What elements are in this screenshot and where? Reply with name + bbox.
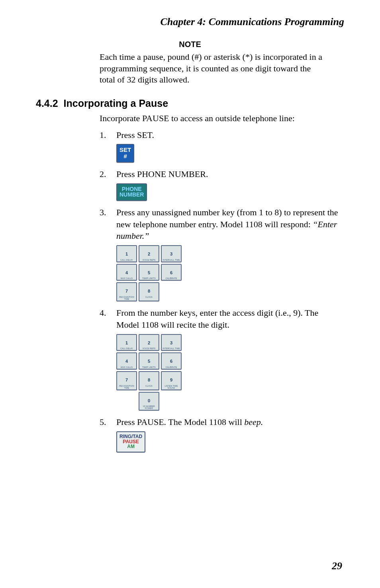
key-label: CLOCK — [139, 385, 159, 387]
section-number: 4.4.2 — [36, 98, 58, 109]
key-number: 8 — [148, 378, 150, 382]
phone-number-button: PHONE NUMBER — [116, 183, 147, 201]
note-body: Each time a pause, pound (#) or asterisk… — [100, 51, 327, 86]
step-number: 3. — [100, 206, 116, 301]
ring-tad-pause-button: RING/TAD PAUSE AM — [116, 431, 145, 452]
key-number: 2 — [148, 252, 150, 256]
key-number: 2 — [148, 340, 150, 345]
key-label: CALIBRATE — [162, 366, 181, 368]
key-9: 9LISTEN TIME SOUND — [161, 371, 182, 390]
key-label: CLOCK — [139, 296, 159, 298]
key-number: 4 — [125, 270, 128, 275]
key-number: 1 — [125, 340, 128, 345]
key-number: 5 — [148, 359, 150, 364]
button-label: PHONE — [122, 186, 142, 192]
key-4: 4MAX CALLS — [116, 264, 137, 281]
key-label: CALL DELAY — [117, 348, 136, 350]
key-4: 4MAX CALLS — [116, 352, 137, 370]
key-number: 4 — [125, 359, 128, 364]
section-title: Incorporating a Pause — [64, 98, 168, 109]
key-3: 3INTERCALL TIME — [161, 245, 182, 262]
keypad-0-9: 1CALL DELAY 2VOICE REPS 3INTERCALL TIME … — [116, 334, 343, 411]
key-8: 8CLOCK — [139, 282, 159, 301]
section-heading: 4.4.2 Incorporating a Pause — [36, 98, 344, 109]
key-number: 1 — [125, 252, 128, 256]
key-number: 6 — [170, 359, 172, 364]
button-line-3: AM — [127, 444, 135, 449]
key-7: 7RECOGNITION TIME — [116, 282, 137, 301]
button-sublabel: NUMBER — [119, 191, 144, 198]
key-label: CALIBRATE — [162, 277, 181, 279]
chapter-title: Chapter 4: Communications Programming — [36, 16, 344, 28]
key-1: 1CALL DELAY — [116, 334, 137, 351]
page-number: 29 — [332, 560, 342, 572]
key-number: 8 — [148, 289, 150, 293]
key-2: 2VOICE REPS — [139, 334, 159, 351]
key-6: 6CALIBRATE — [161, 264, 182, 281]
key-label: VOICE REPS — [139, 348, 159, 350]
key-5: 5TEMP LIMITS — [139, 352, 159, 370]
key-label: INTERCALL TIME — [162, 259, 181, 261]
key-number: 5 — [148, 270, 150, 275]
key-label: MAX CALLS — [117, 277, 136, 279]
key-number: 0 — [148, 398, 150, 403]
step-number: 1. — [100, 129, 116, 163]
key-number: 6 — [170, 270, 172, 275]
key-3: 3INTERCALL TIME — [161, 334, 182, 351]
key-label: LISTEN TIME SOUND — [162, 385, 181, 389]
key-label: MAX CALLS — [117, 366, 136, 368]
step-text: Press any unassigned number key (from 1 … — [116, 207, 338, 229]
button-sublabel: # — [123, 153, 127, 159]
button-label: SET — [119, 146, 131, 153]
key-label: TEMP LIMITS — [139, 366, 159, 368]
step-number: 2. — [100, 168, 116, 201]
key-8: 8CLOCK — [139, 371, 159, 390]
key-0: 0ID NUMBER POWER — [139, 392, 159, 411]
keypad-1-8: 1CALL DELAY 2VOICE REPS 3INTERCALL TIME … — [116, 245, 343, 301]
section-lead: Incorporate PAUSE to access an outside t… — [100, 113, 344, 124]
step-text: Press PHONE NUMBER. — [116, 169, 208, 179]
note-heading: NOTE — [36, 40, 344, 49]
key-label: RECOGNITION TIME — [117, 296, 136, 300]
key-label: CALL DELAY — [117, 259, 136, 261]
step-text: Press PAUSE. The Model 1108 will — [116, 417, 244, 427]
key-7: 7RECOGNITION TIME — [116, 371, 137, 390]
key-6: 6CALIBRATE — [161, 352, 182, 370]
key-number: 7 — [125, 289, 128, 293]
key-number: 7 — [125, 378, 128, 382]
key-label: ID NUMBER POWER — [139, 405, 159, 409]
key-label: RECOGNITION TIME — [117, 385, 136, 389]
set-button: SET # — [116, 144, 134, 163]
step-number: 4. — [100, 307, 116, 411]
key-label: TEMP LIMITS — [139, 277, 159, 279]
key-label: VOICE REPS — [139, 259, 159, 261]
key-number: 9 — [170, 378, 172, 382]
step-text: From the number keys, enter the access d… — [116, 308, 318, 330]
key-1: 1CALL DELAY — [116, 245, 137, 262]
step-number: 5. — [100, 416, 116, 452]
key-2: 2VOICE REPS — [139, 245, 159, 262]
key-5: 5TEMP LIMITS — [139, 264, 159, 281]
key-number: 3 — [170, 340, 172, 345]
step-text: Press SET. — [116, 130, 154, 140]
step-emphasis: beep. — [244, 417, 263, 427]
key-number: 3 — [170, 252, 172, 256]
key-label: INTERCALL TIME — [162, 348, 181, 350]
